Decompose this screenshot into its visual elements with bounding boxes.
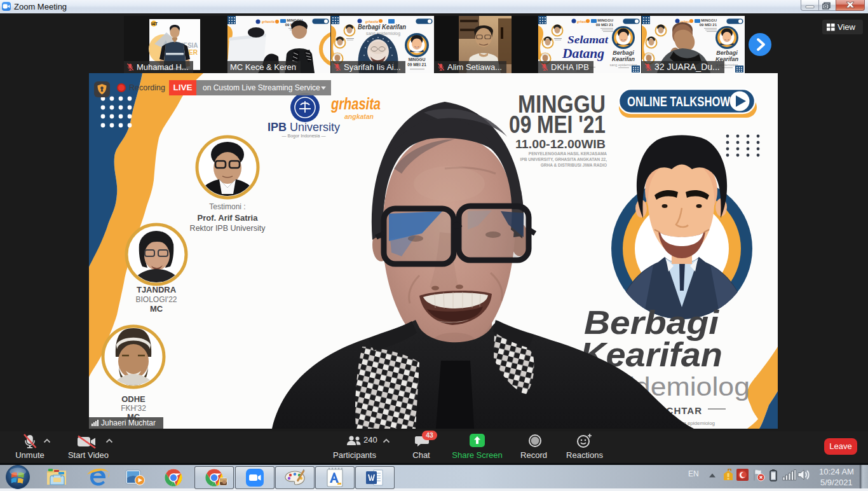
svg-text:Rektor IPB University: Rektor IPB University bbox=[190, 224, 266, 233]
svg-text:MINGGU: MINGGU bbox=[597, 18, 613, 22]
svg-text:MINGGU: MINGGU bbox=[701, 18, 717, 22]
svg-text:ONLINE TALKSHOW: ONLINE TALKSHOW bbox=[627, 93, 730, 109]
svg-text:grhasita: grhasita bbox=[330, 94, 381, 113]
svg-text:Selamat: Selamat bbox=[567, 34, 609, 45]
svg-text:— Bogor Indonesia —: — Bogor Indonesia — bbox=[282, 134, 326, 139]
svg-text:IPB University: IPB University bbox=[268, 121, 340, 134]
svg-text:FKH'32: FKH'32 bbox=[121, 404, 146, 413]
svg-text:MC: MC bbox=[150, 304, 163, 314]
svg-text:I4T: I4T bbox=[151, 22, 158, 26]
svg-text:09 MEI 21: 09 MEI 21 bbox=[407, 62, 426, 67]
svg-text:11.00-12.00WIB: 11.00-12.00WIB bbox=[515, 137, 606, 151]
svg-text:09 MEI 21: 09 MEI 21 bbox=[596, 23, 614, 27]
svg-text:MINGGU: MINGGU bbox=[409, 57, 426, 62]
svg-text:PENYELENGGARA HASIL KERJASAMA: PENYELENGGARA HASIL KERJASAMA bbox=[529, 151, 607, 156]
svg-text:Prof. Arif Satria: Prof. Arif Satria bbox=[198, 213, 259, 223]
svg-text:09 MEI '21: 09 MEI '21 bbox=[509, 111, 606, 138]
svg-text:Testimoni :: Testimoni : bbox=[209, 202, 245, 211]
svg-text:Datang: Datang bbox=[562, 45, 604, 61]
svg-text:angkatan: angkatan bbox=[344, 113, 374, 120]
svg-text:grhasita: grhasita bbox=[261, 20, 275, 24]
svg-text:Berbagi Kearifan: Berbagi Kearifan bbox=[358, 23, 406, 31]
svg-text:Kearifan: Kearifan bbox=[612, 56, 635, 62]
svg-text:09 MEI 21: 09 MEI 21 bbox=[700, 23, 717, 27]
svg-text:Berbagi: Berbagi bbox=[716, 50, 738, 56]
svg-text:Berbagi: Berbagi bbox=[613, 50, 634, 56]
svg-text:GRHA & DISTRIBUSI JIWA RADIO: GRHA & DISTRIBUSI JIWA RADIO bbox=[541, 163, 607, 167]
svg-text:BIOLOGI'22: BIOLOGI'22 bbox=[136, 295, 177, 304]
svg-text:ODHE: ODHE bbox=[121, 394, 146, 404]
svg-text:IPB UNIVERSITY, GRHASITA ANGKA: IPB UNIVERSITY, GRHASITA ANGKATAN 22, bbox=[520, 157, 607, 162]
svg-text:TJANDRA: TJANDRA bbox=[137, 285, 177, 294]
